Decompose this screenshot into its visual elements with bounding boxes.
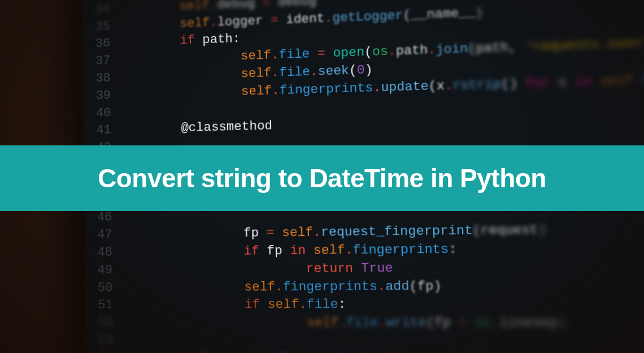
line-number: 49	[85, 262, 123, 279]
line-number: 40	[84, 104, 121, 122]
code-line: 52 self.file.write(fp + os.linesep)	[86, 314, 644, 333]
line-number: 39	[84, 87, 121, 105]
line-number: 52	[86, 315, 123, 332]
line-number: 38	[84, 70, 120, 88]
code-text: if self.file:	[123, 296, 346, 315]
line-number: 36	[84, 35, 120, 54]
code-text: if fp in self.fingerprints:	[123, 241, 457, 262]
code-text: @classmethod	[121, 118, 272, 139]
line-number: 35	[83, 18, 120, 37]
code-line: 53	[86, 332, 644, 352]
page-title: Convert string to DateTime in Python	[98, 163, 546, 193]
line-number: 53	[86, 332, 123, 350]
line-number: 34	[83, 1, 120, 19]
line-number: 47	[85, 226, 123, 244]
line-number: 37	[84, 53, 120, 71]
code-line: 50 self.fingerprints.add(fp)	[86, 276, 644, 297]
line-number: 50	[86, 279, 123, 297]
line-number: 41	[84, 122, 121, 140]
line-number: 51	[86, 297, 123, 315]
line-number: 54	[86, 350, 124, 353]
code-text: self.fingerprints.add(fp)	[123, 278, 442, 297]
code-text: return True	[123, 260, 393, 279]
code-line: 51 if self.file:	[86, 295, 644, 315]
title-banner: Convert string to DateTime in Python	[0, 145, 644, 211]
line-number: 46	[85, 209, 122, 227]
line-number: 48	[85, 244, 123, 262]
code-text: self.file.write(fp + os.linesep)	[123, 315, 566, 333]
